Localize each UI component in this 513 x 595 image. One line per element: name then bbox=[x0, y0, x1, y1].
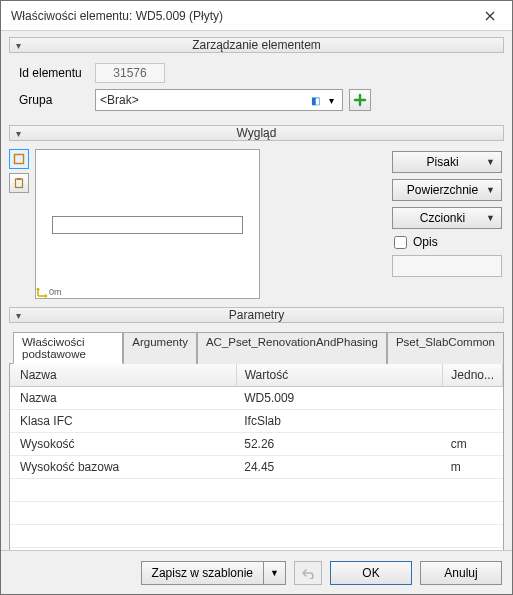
description-field bbox=[392, 255, 502, 277]
close-button[interactable] bbox=[467, 1, 512, 31]
combo-dropdown-icon[interactable]: ▾ bbox=[324, 93, 338, 107]
chevron-down-icon: ▼ bbox=[270, 568, 279, 578]
dialog-footer: Zapisz w szablonie ▼ OK Anuluj bbox=[1, 550, 512, 594]
content-area: ▾ Zarządzanie elementem Id elementu 3157… bbox=[1, 31, 512, 550]
tool-top-view[interactable] bbox=[9, 149, 29, 169]
origin-badge: 0m bbox=[35, 285, 62, 299]
cancel-button[interactable]: Anuluj bbox=[420, 561, 502, 585]
svg-rect-2 bbox=[17, 178, 21, 180]
table-row bbox=[10, 525, 503, 548]
section-title-parameters: Parametry bbox=[229, 308, 284, 322]
description-checkbox[interactable] bbox=[394, 236, 407, 249]
titlebar: Właściwości elementu: WD5.009 (Płyty) bbox=[1, 1, 512, 31]
pens-dropdown[interactable]: Pisaki ▼ bbox=[392, 151, 502, 173]
col-name[interactable]: Nazwa bbox=[10, 364, 236, 387]
id-label: Id elementu bbox=[13, 66, 95, 80]
group-label: Grupa bbox=[13, 93, 95, 107]
table-row bbox=[10, 502, 503, 525]
parameters-table: Nazwa Wartość Jedno... Nazwa WD5.009 Kla… bbox=[10, 364, 503, 550]
description-checkbox-label: Opis bbox=[413, 235, 438, 249]
section-title-appearance: Wygląd bbox=[237, 126, 277, 140]
section-title-management: Zarządzanie elementem bbox=[192, 38, 321, 52]
dialog-window: Właściwości elementu: WD5.009 (Płyty) ▾ … bbox=[0, 0, 513, 595]
fonts-dropdown[interactable]: Czcionki ▼ bbox=[392, 207, 502, 229]
chevron-down-icon: ▾ bbox=[16, 40, 21, 51]
chevron-down-icon: ▾ bbox=[16, 310, 21, 321]
ok-button[interactable]: OK bbox=[330, 561, 412, 585]
table-header-row: Nazwa Wartość Jedno... bbox=[10, 364, 503, 387]
col-value[interactable]: Wartość bbox=[236, 364, 443, 387]
table-row[interactable]: Wysokość bazowa 24.45 m bbox=[10, 456, 503, 479]
section-header-appearance[interactable]: ▾ Wygląd bbox=[9, 125, 504, 141]
description-checkbox-row[interactable]: Opis bbox=[392, 235, 502, 249]
chevron-down-icon: ▾ bbox=[16, 128, 21, 139]
tool-clipboard[interactable] bbox=[9, 173, 29, 193]
save-template-dropdown[interactable]: ▼ bbox=[264, 561, 286, 585]
save-template-button[interactable]: Zapisz w szablonie bbox=[141, 561, 264, 585]
group-combo-value: <Brak> bbox=[100, 93, 308, 107]
col-unit[interactable]: Jedno... bbox=[443, 364, 503, 387]
management-body: Id elementu 31576 Grupa <Brak> ◧ ▾ bbox=[9, 59, 504, 119]
window-title: Właściwości elementu: WD5.009 (Płyty) bbox=[11, 9, 467, 23]
group-combo[interactable]: <Brak> ◧ ▾ bbox=[95, 89, 343, 111]
undo-button bbox=[294, 561, 322, 585]
id-field: 31576 bbox=[95, 63, 165, 83]
preview-slab-shape bbox=[52, 216, 243, 234]
tab-basic-properties[interactable]: Właściwości podstawowe bbox=[13, 332, 123, 364]
chevron-down-icon: ▼ bbox=[486, 157, 495, 167]
table-row bbox=[10, 479, 503, 502]
surfaces-dropdown[interactable]: Powierzchnie ▼ bbox=[392, 179, 502, 201]
combo-picker-icon[interactable]: ◧ bbox=[308, 93, 322, 107]
table-row[interactable]: Wysokość 52.26 cm bbox=[10, 433, 503, 456]
add-group-button[interactable] bbox=[349, 89, 371, 111]
parameters-tabstrip: Właściwości podstawowe Argumenty AC_Pset… bbox=[9, 331, 504, 364]
tab-arguments[interactable]: Argumenty bbox=[123, 332, 197, 364]
appearance-body: 0m Pisaki ▼ Powierzchnie ▼ Czcionki ▼ bbox=[9, 147, 504, 301]
appearance-side-controls: Pisaki ▼ Powierzchnie ▼ Czcionki ▼ Opis bbox=[266, 149, 504, 299]
table-row[interactable]: Klasa IFC IfcSlab bbox=[10, 410, 503, 433]
preview-canvas: 0m bbox=[35, 149, 260, 299]
parameters-body: Właściwości podstawowe Argumenty AC_Pset… bbox=[9, 329, 504, 550]
section-header-management[interactable]: ▾ Zarządzanie elementem bbox=[9, 37, 504, 53]
section-header-parameters[interactable]: ▾ Parametry bbox=[9, 307, 504, 323]
save-template-group: Zapisz w szablonie ▼ bbox=[141, 561, 286, 585]
preview-tool-column bbox=[9, 149, 29, 299]
tab-ac-pset-renovation[interactable]: AC_Pset_RenovationAndPhasing bbox=[197, 332, 387, 364]
tab-pset-slabcommon[interactable]: Pset_SlabCommon bbox=[387, 332, 504, 364]
svg-rect-0 bbox=[15, 155, 24, 164]
table-row[interactable]: Nazwa WD5.009 bbox=[10, 387, 503, 410]
svg-rect-1 bbox=[16, 179, 23, 188]
chevron-down-icon: ▼ bbox=[486, 213, 495, 223]
parameters-table-wrap: Nazwa Wartość Jedno... Nazwa WD5.009 Kla… bbox=[9, 364, 504, 550]
chevron-down-icon: ▼ bbox=[486, 185, 495, 195]
